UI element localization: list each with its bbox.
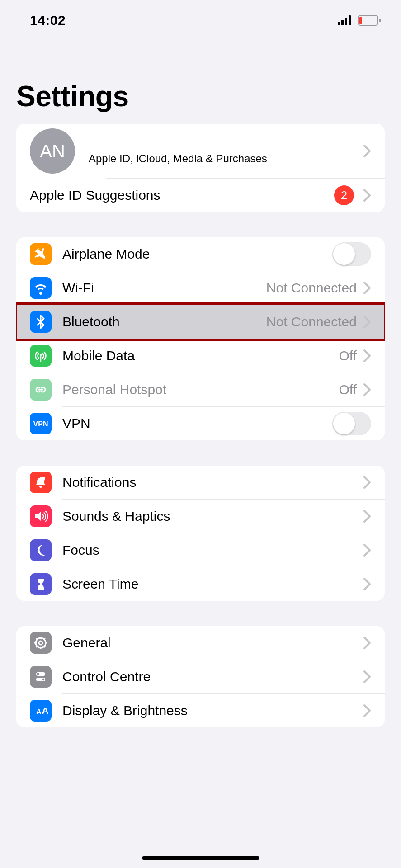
svg-rect-2 bbox=[345, 18, 347, 25]
vpn-label: VPN bbox=[62, 416, 90, 431]
hotspot-detail: Off bbox=[339, 382, 357, 397]
svg-point-8 bbox=[40, 354, 42, 356]
row-control-centre[interactable]: Control Centre bbox=[16, 660, 385, 693]
chevron-right-icon bbox=[363, 704, 371, 717]
gear-icon bbox=[30, 632, 52, 654]
toggles-icon bbox=[30, 666, 52, 688]
chevron-right-icon bbox=[363, 383, 371, 396]
hourglass-icon bbox=[30, 573, 52, 595]
row-screen-time[interactable]: Screen Time bbox=[16, 567, 385, 601]
battery-low-icon bbox=[358, 15, 381, 26]
general-label: General bbox=[62, 635, 111, 651]
wifi-detail: Not Connected bbox=[266, 280, 357, 296]
controlcentre-label: Control Centre bbox=[62, 669, 151, 684]
home-indicator[interactable] bbox=[142, 856, 259, 860]
group-apple-id: AN Apple ID, iCloud, Media & Purchases A… bbox=[16, 124, 385, 212]
bluetooth-detail: Not Connected bbox=[266, 314, 357, 330]
svg-rect-0 bbox=[338, 22, 340, 25]
wifi-label: Wi-Fi bbox=[62, 280, 94, 296]
hotspot-icon bbox=[30, 379, 52, 401]
apple-id-suggestions-label: Apple ID Suggestions bbox=[30, 188, 160, 203]
text-size-icon: AA bbox=[30, 700, 52, 722]
airplane-icon bbox=[30, 243, 52, 265]
row-focus[interactable]: Focus bbox=[16, 533, 385, 567]
svg-rect-3 bbox=[349, 15, 351, 25]
row-vpn[interactable]: VPN VPN bbox=[16, 407, 385, 440]
svg-point-23 bbox=[37, 673, 39, 675]
chevron-right-icon bbox=[363, 577, 371, 591]
svg-text:VPN: VPN bbox=[33, 420, 48, 428]
avatar-initials: AN bbox=[40, 141, 65, 161]
svg-point-11 bbox=[42, 477, 45, 481]
page-title: Settings bbox=[0, 30, 401, 124]
focus-label: Focus bbox=[62, 542, 99, 558]
chevron-right-icon bbox=[363, 509, 371, 523]
mobile-data-detail: Off bbox=[339, 348, 357, 363]
antenna-icon bbox=[30, 345, 52, 367]
row-wifi[interactable]: Wi-Fi Not Connected bbox=[16, 271, 385, 305]
avatar: AN bbox=[30, 128, 75, 174]
vpn-toggle[interactable] bbox=[332, 412, 371, 435]
group-connectivity: Airplane Mode Wi-Fi Not Connected Blueto… bbox=[16, 237, 385, 440]
row-airplane-mode[interactable]: Airplane Mode bbox=[16, 237, 385, 271]
vpn-icon: VPN bbox=[30, 413, 52, 434]
chevron-right-icon bbox=[363, 349, 371, 363]
bluetooth-icon bbox=[30, 311, 52, 333]
row-sounds-haptics[interactable]: Sounds & Haptics bbox=[16, 500, 385, 533]
status-bar: 14:02 bbox=[0, 0, 401, 30]
row-notifications[interactable]: Notifications bbox=[16, 466, 385, 499]
svg-rect-1 bbox=[341, 20, 344, 25]
moon-icon bbox=[30, 539, 52, 561]
row-apple-id-suggestions[interactable]: Apple ID Suggestions 2 bbox=[16, 179, 385, 212]
status-right bbox=[338, 15, 381, 26]
chevron-right-icon bbox=[363, 189, 371, 202]
row-mobile-data[interactable]: Mobile Data Off bbox=[16, 339, 385, 373]
mobile-data-label: Mobile Data bbox=[62, 348, 135, 363]
chevron-right-icon bbox=[363, 144, 371, 158]
svg-point-25 bbox=[42, 679, 45, 681]
chevron-right-icon bbox=[363, 476, 371, 489]
suggestions-badge: 2 bbox=[334, 185, 354, 205]
bluetooth-label: Bluetooth bbox=[62, 314, 120, 330]
cellular-icon bbox=[338, 15, 353, 25]
chevron-right-icon bbox=[363, 315, 371, 329]
group-attention: Notifications Sounds & Haptics Focus Scr… bbox=[16, 466, 385, 601]
svg-rect-5 bbox=[379, 19, 381, 22]
row-personal-hotspot[interactable]: Personal Hotspot Off bbox=[16, 373, 385, 406]
airplane-label: Airplane Mode bbox=[62, 246, 150, 262]
group-general: General Control Centre AA Display & Brig… bbox=[16, 626, 385, 727]
bell-icon bbox=[30, 472, 52, 493]
chevron-right-icon bbox=[363, 281, 371, 295]
chevron-right-icon bbox=[363, 543, 371, 557]
chevron-right-icon bbox=[363, 670, 371, 684]
apple-id-subtitle: Apple ID, iCloud, Media & Purchases bbox=[89, 152, 267, 165]
chevron-right-icon bbox=[363, 636, 371, 650]
sounds-label: Sounds & Haptics bbox=[62, 509, 170, 524]
row-bluetooth[interactable]: Bluetooth Not Connected bbox=[16, 305, 385, 339]
status-time: 14:02 bbox=[30, 13, 66, 28]
notifications-label: Notifications bbox=[62, 475, 136, 490]
svg-rect-6 bbox=[359, 17, 362, 24]
hotspot-label: Personal Hotspot bbox=[62, 382, 166, 397]
screentime-label: Screen Time bbox=[62, 576, 138, 592]
svg-text:A: A bbox=[42, 705, 48, 717]
row-display-brightness[interactable]: AA Display & Brightness bbox=[16, 694, 385, 727]
row-apple-id[interactable]: AN Apple ID, iCloud, Media & Purchases bbox=[16, 124, 385, 178]
wifi-icon bbox=[30, 277, 52, 299]
airplane-toggle[interactable] bbox=[332, 242, 371, 266]
row-general[interactable]: General bbox=[16, 626, 385, 660]
svg-point-13 bbox=[39, 641, 42, 645]
svg-text:A: A bbox=[36, 708, 42, 716]
speaker-icon bbox=[30, 505, 52, 527]
display-label: Display & Brightness bbox=[62, 703, 188, 718]
